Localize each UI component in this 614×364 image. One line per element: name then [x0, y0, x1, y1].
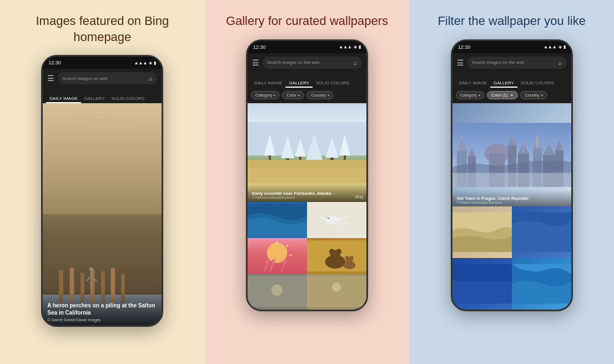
app-bar-1: ☰ Search images on web ⌕: [43, 69, 162, 88]
status-bar-1: 12:30 ▲▲▲ ◈ ▮: [43, 57, 162, 69]
gallery-image-area: Early snowfall near Fairbanks, Alaska © …: [248, 103, 366, 310]
filter-category-2[interactable]: Category ▾: [251, 91, 280, 99]
panel-1-title: Images featured on Bing homepage: [9, 13, 196, 45]
tab-gallery-3[interactable]: GALLERY: [490, 80, 517, 88]
svg-rect-8: [91, 270, 92, 277]
svg-rect-56: [460, 139, 464, 150]
gallery-main-title: Early snowfall near Fairbanks, Alaska: [252, 191, 362, 196]
panel-1: Images featured on Bing homepage 12:30 ▲…: [0, 0, 205, 364]
filter-cell-salt: [452, 206, 512, 258]
svg-line-36: [270, 262, 274, 271]
filter-country-3[interactable]: Country ▾: [520, 91, 547, 99]
svg-rect-67: [522, 142, 525, 153]
phone-1: 12:30 ▲▲▲ ◈ ▮ ☰ Search images on web ⌕ D…: [41, 55, 163, 327]
screen-1: ☰ Search images on web ⌕ DAILY IMAGE GAL…: [43, 69, 162, 325]
blue2-svg: [452, 258, 512, 310]
hamburger-icon-1[interactable]: ☰: [47, 74, 54, 83]
tab-bar-2: DAILY IMAGE GALLERY SOLID COLORS: [248, 72, 366, 88]
daily-image: A heron perches on a piling at the Salto…: [43, 103, 162, 325]
svg-line-34: [265, 263, 268, 271]
status-icons-1: ▲▲▲ ◈ ▮: [134, 60, 157, 65]
svg-point-44: [336, 249, 341, 254]
chevron-country-2: ▾: [328, 93, 329, 97]
daily-image-area: A heron perches on a piling at the Salto…: [43, 103, 162, 325]
gallery-main-caption: Early snowfall near Fairbanks, Alaska © …: [248, 184, 366, 202]
chevron-category-2: ▾: [274, 93, 275, 97]
filter-category-3[interactable]: Category ▾: [456, 91, 485, 99]
tab-gallery-1[interactable]: GALLERY: [81, 96, 108, 103]
svg-point-50: [271, 285, 283, 296]
svg-point-39: [283, 260, 286, 264]
svg-rect-24: [248, 160, 366, 168]
app-bar-2: ☰ Search images on the web ⌕: [248, 53, 366, 72]
svg-point-30: [267, 242, 288, 263]
battery-icon-3: ▮: [563, 44, 566, 49]
filter-color-2[interactable]: Color ▾: [282, 91, 304, 99]
wifi-icon-1: ◈: [149, 60, 152, 65]
search-bar-3[interactable]: Search images on the web ⌕: [467, 57, 567, 69]
panel-3: Filter the wallpaper you like 12:30 ▲▲▲ …: [409, 0, 614, 364]
filter-cell-blue1: [512, 206, 571, 258]
status-icons-3: ▲▲▲ ◈ ▮: [543, 44, 566, 49]
tab-daily-1[interactable]: DAILY IMAGE: [46, 96, 80, 103]
filter-gallery-grid: Old Town in Prague, Czech Republic © Fra…: [452, 103, 571, 310]
gallery-row-3: [248, 274, 366, 309]
wifi-icon-3: ◈: [558, 44, 562, 49]
signal-icon-2: ▲▲▲: [339, 44, 352, 49]
tab-bar-1: DAILY IMAGE GALLERY SOLID COLORS: [43, 88, 162, 103]
chevron-country-3: ▾: [541, 93, 543, 97]
bing-logo: Bing: [355, 195, 363, 199]
chevron-category-3: ▾: [479, 93, 480, 97]
gallery-cell-birds: [307, 202, 366, 237]
filter-main-image: Old Town in Prague, Czech Republic © Fra…: [452, 103, 571, 206]
bottom1-svg: [248, 274, 307, 309]
wifi-icon-2: ◈: [354, 44, 357, 49]
gallery-main-credit: © Patrick Endres/plainpicture: [252, 196, 362, 199]
sky-gradient: [43, 103, 162, 214]
search-bar-1[interactable]: Search images on web ⌕: [58, 72, 157, 84]
battery-icon-2: ▮: [359, 44, 361, 49]
svg-point-47: [345, 256, 349, 260]
svg-rect-70: [536, 135, 538, 148]
tab-solid-1[interactable]: SOLID COLORS: [108, 96, 148, 103]
hamburger-icon-3[interactable]: ☰: [457, 58, 464, 67]
gallery-main-image: Early snowfall near Fairbanks, Alaska © …: [248, 103, 366, 203]
close-color-icon-3[interactable]: ✕: [510, 93, 514, 98]
filter-country-2[interactable]: Country ▾: [306, 91, 333, 99]
chevron-color-2: ▾: [298, 93, 300, 97]
tab-bar-3: DAILY IMAGE GALLERY SOLID COLORS: [452, 72, 571, 88]
tab-daily-3[interactable]: DAILY IMAGE: [456, 80, 490, 88]
svg-line-32: [286, 245, 288, 246]
tab-gallery-2[interactable]: GALLERY: [285, 80, 313, 88]
tab-daily-2[interactable]: DAILY IMAGE: [251, 80, 285, 88]
svg-rect-64: [511, 134, 513, 145]
panel-2: Gallery for curated wallpapers 12:30 ▲▲▲…: [205, 0, 410, 364]
filter-color-3[interactable]: Color (1) ✕: [487, 91, 518, 99]
phone-3: 12:30 ▲▲▲ ◈ ▮ ☰ Search images on the web…: [451, 39, 573, 311]
panel-2-title: Gallery for curated wallpapers: [226, 13, 388, 29]
filter-bar-3: Category ▾ Color (1) ✕ Country ▾: [452, 88, 571, 103]
filter-cell-blue2: [452, 258, 512, 310]
time-1: 12:30: [48, 60, 61, 65]
bottom2-svg: [307, 274, 366, 309]
svg-line-38: [281, 263, 284, 271]
tab-solid-2[interactable]: SOLID COLORS: [313, 80, 353, 88]
gallery-cell-bottom-2: [307, 274, 366, 309]
svg-point-43: [329, 249, 335, 254]
blue1-svg: [512, 206, 571, 258]
gallery-row-2: [248, 238, 366, 274]
svg-point-35: [266, 260, 269, 264]
search-placeholder-2: Search images on the web: [267, 60, 351, 65]
teal-svg: [512, 258, 571, 310]
tab-solid-3[interactable]: SOLID COLORS: [517, 80, 557, 88]
filter-main-credit: © Frank Chmura/age fotostock: [457, 201, 567, 204]
search-bar-2[interactable]: Search images on the web ⌕: [263, 57, 362, 69]
svg-rect-75: [452, 173, 571, 186]
filter-cell-teal: [512, 258, 571, 310]
search-placeholder-1: Search images on web: [62, 76, 147, 81]
filter-bar-2: Category ▾ Color ▾ Country ▾: [248, 88, 366, 103]
flamingo-svg: [248, 238, 307, 274]
phone-2: 12:30 ▲▲▲ ◈ ▮ ☰ Search images on the web…: [246, 39, 368, 311]
search-icon-1: ⌕: [149, 75, 153, 82]
hamburger-icon-2[interactable]: ☰: [252, 58, 259, 67]
